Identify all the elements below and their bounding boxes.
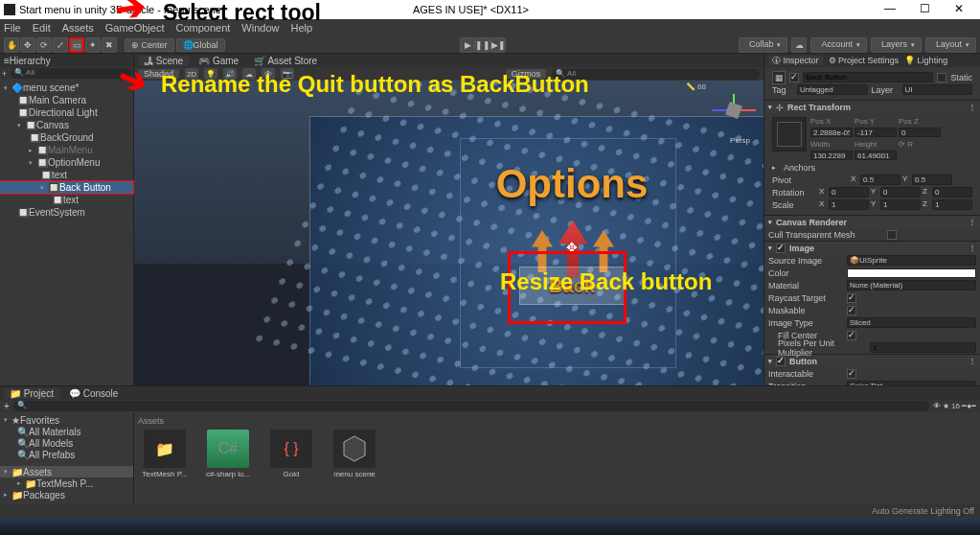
transition-dropdown[interactable]: Color Tint <box>847 381 976 385</box>
menu-help[interactable]: Help <box>290 22 312 34</box>
back-button-ui[interactable]: Back <box>519 267 625 305</box>
rot-y-input[interactable] <box>880 187 921 198</box>
asset-folder-textmesh[interactable]: 📁TextMesh P... <box>138 430 192 478</box>
tool-move[interactable]: ✥ <box>20 37 35 53</box>
scene-light-toggle[interactable]: 💡 <box>204 68 217 80</box>
scale-z-input[interactable] <box>932 199 972 210</box>
maskable-toggle[interactable] <box>847 306 856 315</box>
project-tree-all-materials[interactable]: 🔍 All Materials <box>0 426 133 437</box>
canvas-viewport[interactable]: Options ✥ Back <box>310 117 763 385</box>
menu-file[interactable]: File <box>4 22 21 34</box>
button-enable-toggle[interactable] <box>776 357 786 366</box>
pivot-y-input[interactable] <box>912 174 952 185</box>
hierarchy-item-back-button[interactable]: ▾🔲 Back Button <box>0 181 133 194</box>
project-tree-textmesh[interactable]: ▸📁 TextMesh P... <box>0 477 133 489</box>
interactable-toggle[interactable] <box>847 369 856 379</box>
tool-custom[interactable]: ✖ <box>102 37 117 53</box>
menu-gameobject[interactable]: GameObject <box>105 22 165 34</box>
scale-x-input[interactable] <box>829 199 869 210</box>
project-tree-all-prefabs[interactable]: 🔍 All Prefabs <box>0 449 133 460</box>
scene-fx-toggle[interactable]: ☁ <box>242 68 256 80</box>
scene-search-input[interactable]: 🔍 All <box>552 69 760 80</box>
image-type-dropdown[interactable]: Sliced <box>847 317 976 328</box>
project-breadcrumb[interactable]: Assets <box>138 416 976 426</box>
draw-mode-dropdown[interactable]: Shaded <box>138 69 179 79</box>
scale-y-input[interactable] <box>880 199 921 210</box>
component-header-image[interactable]: ▾Image⋮ <box>764 241 980 254</box>
projection-label[interactable]: Persp <box>730 136 750 145</box>
collab-dropdown[interactable]: Collab <box>739 37 788 53</box>
tag-dropdown[interactable]: Untagged <box>797 84 868 95</box>
source-image-field[interactable]: 📦UISprite <box>847 255 976 266</box>
project-tree-favorites[interactable]: ▾★ Favorites <box>0 414 133 426</box>
pos-x-input[interactable] <box>810 128 853 137</box>
step-button[interactable]: ▶❚ <box>490 37 506 53</box>
project-tree-all-models[interactable]: 🔍 All Models <box>0 437 133 449</box>
tool-hand[interactable]: ✋ <box>4 37 19 53</box>
os-taskbar[interactable] <box>0 518 980 535</box>
hierarchy-scene-row[interactable]: ▾🔷 menu scene* <box>0 81 133 94</box>
layers-dropdown[interactable]: Layers <box>871 37 922 53</box>
rot-x-input[interactable] <box>829 187 869 198</box>
height-input[interactable] <box>855 151 897 160</box>
tab-lighting[interactable]: 💡 Lighting <box>904 56 947 65</box>
hierarchy-item-background[interactable]: 🔲 BackGround <box>0 131 133 144</box>
tool-rotate[interactable]: ⟳ <box>36 37 52 53</box>
tab-scene[interactable]: 🏞 Scene <box>138 56 189 66</box>
image-color-field[interactable] <box>847 268 976 278</box>
project-search-input[interactable]: 🔍 <box>13 401 929 411</box>
window-maximize-button[interactable]: ☐ <box>907 1 942 18</box>
menu-window[interactable]: Window <box>241 22 279 34</box>
project-add-button[interactable]: + <box>4 401 10 411</box>
hierarchy-item-optionmenu[interactable]: ▾🔲 OptionMenu <box>0 156 133 169</box>
gear-icon[interactable]: ⋮ <box>969 357 976 365</box>
fill-center-toggle[interactable] <box>847 331 856 340</box>
raycast-toggle[interactable] <box>847 293 856 303</box>
component-header-canvas-renderer[interactable]: ▾Canvas Renderer⋮ <box>764 215 980 228</box>
hierarchy-item-text-1[interactable]: 🔲 text <box>0 169 133 181</box>
scene-vis-toggle[interactable]: 👁 <box>262 68 275 80</box>
gear-icon[interactable]: ⋮ <box>969 218 976 226</box>
scene-viewport[interactable]: Options ✥ Back Persp 📏 68 <box>134 81 763 385</box>
component-header-rect-transform[interactable]: ▾⊹ Rect Transform⋮ <box>764 100 980 113</box>
tool-rect[interactable]: ▭ <box>69 37 84 53</box>
hierarchy-item-eventsystem[interactable]: 🔲 EventSystem <box>0 206 133 219</box>
menu-component[interactable]: Component <box>175 22 230 34</box>
orientation-gizmo[interactable] <box>712 88 756 132</box>
project-tree-packages[interactable]: ▸📁 Packages <box>0 489 133 500</box>
asset-menu-scene[interactable]: menu scene <box>328 430 381 478</box>
pause-button[interactable]: ❚❚ <box>475 37 490 53</box>
hierarchy-add-button[interactable]: + <box>2 69 7 79</box>
gear-icon[interactable]: ⋮ <box>969 244 976 252</box>
project-tree-assets[interactable]: ▾📁 Assets <box>0 466 133 477</box>
hierarchy-item-text-2[interactable]: 🔲 text <box>0 194 133 206</box>
hierarchy-search-input[interactable]: 🔍 All <box>11 68 131 79</box>
static-toggle[interactable] <box>937 73 946 82</box>
layout-dropdown[interactable]: Layout <box>925 37 976 53</box>
tab-console[interactable]: 💬 Console <box>63 388 124 399</box>
scene-camera-toggle[interactable]: 📷 <box>281 68 294 80</box>
tool-scale[interactable]: ⤢ <box>53 37 68 53</box>
tab-project[interactable]: 📁 Project <box>4 388 59 399</box>
gameobject-icon[interactable]: ▦ <box>772 71 786 84</box>
hierarchy-tab[interactable]: ≡ Hierarchy <box>0 54 133 67</box>
hierarchy-item-main-camera[interactable]: 🔲 Main Camera <box>0 94 133 106</box>
hierarchy-item-canvas[interactable]: ▾🔲 Canvas <box>0 119 133 131</box>
anchors-label[interactable]: Anchors <box>784 163 858 173</box>
pos-z-input[interactable] <box>899 128 941 137</box>
hierarchy-item-directional-light[interactable]: 🔲 Directional Light <box>0 106 133 119</box>
anchor-preset-button[interactable] <box>772 117 807 151</box>
tab-inspector[interactable]: 🛈 Inspector <box>768 56 823 65</box>
account-dropdown[interactable]: Account <box>810 37 867 53</box>
cull-mesh-toggle[interactable] <box>887 230 897 240</box>
menu-edit[interactable]: Edit <box>33 22 51 34</box>
asset-csharp-logo[interactable]: C#c#-sharp lo... <box>201 430 255 478</box>
pivot-x-input[interactable] <box>860 174 900 185</box>
auto-generate-lighting-label[interactable]: Auto Generate Lighting Off <box>872 506 974 516</box>
move-gizmo-icon[interactable]: ✥ <box>566 240 578 255</box>
asset-gold[interactable]: { }Gold <box>264 430 318 478</box>
hierarchy-item-mainmenu[interactable]: ▸🔲 MainMenu <box>0 144 133 156</box>
window-close-button[interactable]: ✕ <box>942 1 976 18</box>
image-enable-toggle[interactable] <box>776 244 786 253</box>
cloud-button[interactable]: ☁ <box>791 37 807 53</box>
